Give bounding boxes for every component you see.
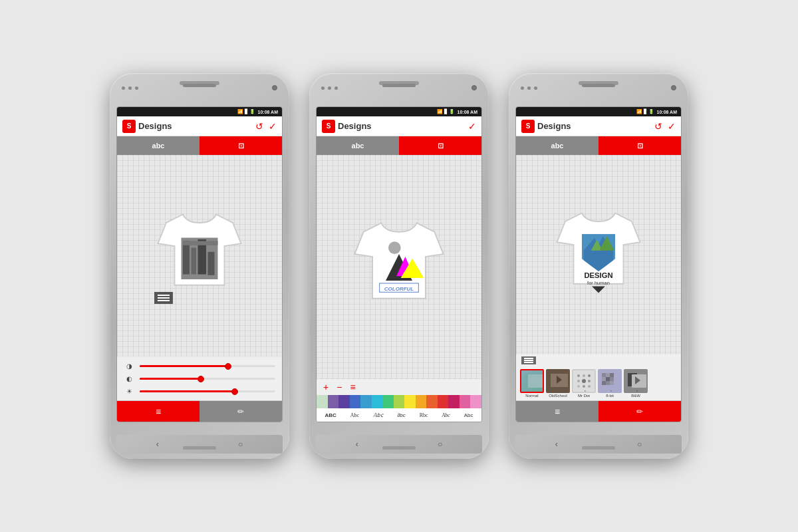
phone1-speaker-bottom — [183, 446, 216, 450]
phone2-app-header: S Designs ✓ — [317, 116, 481, 136]
font-rbc[interactable]: Rbc — [420, 412, 428, 418]
p2-home-nav-icon[interactable]: ○ — [438, 440, 442, 449]
phone1-bottom-toolbar: ≡ ✏ — [117, 400, 282, 422]
svg-point-27 — [583, 374, 585, 377]
add-text-icon[interactable]: + — [323, 382, 329, 392]
swatch-8[interactable] — [394, 395, 405, 408]
back-nav-icon[interactable]: ‹ — [156, 440, 159, 449]
svg-rect-5 — [183, 241, 218, 245]
phone1-time: 10:08 AM — [258, 110, 278, 114]
contrast-track[interactable] — [140, 378, 275, 380]
phone1-menu-button[interactable]: ≡ — [117, 401, 200, 422]
swatch-2[interactable] — [328, 395, 339, 408]
wifi-icon: 📶 — [237, 109, 243, 114]
font-abc[interactable]: ABC — [325, 412, 336, 418]
exposure-track[interactable] — [140, 390, 275, 392]
phone1-canvas[interactable] — [117, 155, 282, 357]
font-abc3[interactable]: Abc — [442, 412, 450, 418]
minus-text-icon[interactable]: − — [336, 382, 342, 392]
p3-back-nav-icon[interactable]: ‹ — [555, 440, 558, 449]
swatch-14[interactable] — [460, 395, 471, 408]
swatch-15[interactable] — [470, 395, 481, 408]
phone1-status-icons: 📶 ▊ 🔋 — [237, 109, 255, 114]
phone2-font-row: ABC Abc 𝔸bc ∂bc Rbc Abc Abc — [317, 408, 481, 422]
svg-marker-19 — [592, 287, 605, 293]
filter-mrdot[interactable]: 1 Mr Dot — [572, 369, 596, 398]
phone2-check-icon[interactable]: ✓ — [468, 121, 476, 132]
phone3-filter-controls — [516, 354, 681, 366]
phone1-tab-text[interactable]: abc — [117, 136, 200, 155]
p3-dot3 — [534, 86, 537, 90]
swatch-12[interactable] — [438, 395, 449, 408]
phone3-check-icon[interactable]: ✓ — [668, 121, 676, 132]
phone3-menu-button[interactable]: ≡ — [516, 401, 598, 422]
phone3-tab-image[interactable]: ⊡ — [598, 136, 681, 155]
font-abc4[interactable]: Abc — [464, 412, 473, 418]
phone1-tab-image[interactable]: ⊡ — [200, 136, 282, 155]
swatch-5[interactable] — [360, 395, 372, 408]
pencil-icon: ✏ — [237, 407, 244, 416]
phone1-undo-icon[interactable]: ↺ — [255, 121, 263, 132]
font-abc2[interactable]: Abc — [350, 412, 359, 418]
filter-8bit-label: 8-bit — [606, 394, 614, 398]
phone3-canvas[interactable]: DESIGN for human — [516, 155, 681, 354]
swatch-1[interactable] — [317, 395, 328, 408]
filter-oldschool[interactable]: OldSchool — [546, 369, 570, 398]
svg-rect-44 — [606, 381, 610, 385]
svg-text:DESIGN: DESIGN — [584, 271, 612, 279]
p2-back-nav-icon[interactable]: ‹ — [356, 440, 358, 449]
phone3-app-title: Designs — [537, 121, 649, 131]
swatch-3[interactable] — [338, 395, 350, 408]
p3-signal-icon: ▊ — [644, 109, 647, 114]
phone3-status-bar: 📶 ▊ 🔋 10:08 AM — [516, 107, 681, 116]
filter-mrdot-label: Mr Dot — [578, 394, 590, 398]
phone1-tshirt — [150, 206, 249, 306]
svg-rect-21 — [528, 374, 543, 388]
svg-rect-45 — [610, 381, 614, 385]
phone3-bottom-toolbar: ≡ ✏ — [516, 400, 681, 422]
phone-2: 📶 ▊ 🔋 10:08 AM S Designs ✓ abc — [309, 73, 489, 459]
phone1-camera — [272, 85, 277, 90]
svg-rect-4 — [208, 252, 215, 275]
phone2-text-tools: + − ≡ — [317, 379, 481, 395]
filter-8bit[interactable]: 1 8-bit — [598, 369, 622, 398]
font-dbc[interactable]: ∂bc — [397, 412, 405, 418]
phone3-speaker-top — [582, 84, 615, 87]
swatch-13[interactable] — [448, 395, 460, 408]
phone2-color-palette[interactable] — [317, 395, 481, 408]
phone2-tab-image[interactable]: ⊡ — [399, 136, 481, 155]
p2-dot1 — [321, 86, 325, 90]
filter-normal[interactable]: Normal — [520, 369, 544, 398]
phone3-tab-text[interactable]: abc — [516, 136, 598, 155]
brightness-track[interactable] — [140, 365, 275, 367]
phone2-canvas[interactable]: COLORFUL — [317, 155, 481, 379]
menu-icon: ≡ — [156, 406, 161, 417]
swatch-4[interactable] — [350, 395, 361, 408]
svg-text:for human: for human — [587, 280, 610, 286]
swatch-6[interactable] — [372, 395, 383, 408]
svg-rect-39 — [610, 373, 614, 377]
phone2-time: 10:08 AM — [458, 110, 477, 114]
phone3-filter-strip — [521, 356, 536, 364]
swatch-11[interactable] — [426, 395, 438, 408]
phone1-nav-bar: ‹ ○ — [116, 435, 283, 454]
filter-bw[interactable]: 1 B&W — [624, 369, 648, 398]
phone2-tab-text[interactable]: abc — [317, 136, 399, 155]
list-text-icon[interactable]: ≡ — [350, 382, 355, 392]
phone1-slider-contrast: ◐ — [124, 375, 275, 382]
phone3-undo-icon[interactable]: ↺ — [654, 121, 662, 132]
dot2 — [128, 86, 132, 90]
phone3-tab-bar: abc ⊡ — [516, 136, 681, 155]
home-nav-icon[interactable]: ○ — [238, 440, 243, 449]
swatch-10[interactable] — [416, 395, 427, 408]
phone1-check-icon[interactable]: ✓ — [269, 121, 277, 132]
signal-icon: ▊ — [245, 109, 248, 114]
swatch-7[interactable] — [382, 395, 394, 408]
phone1-edit-button[interactable]: ✏ — [200, 401, 282, 422]
phone3-filter-thumbs: Normal OldSchool — [516, 366, 681, 400]
svg-text:COLORFUL: COLORFUL — [384, 285, 414, 291]
font-nbc[interactable]: 𝔸bc — [373, 412, 384, 418]
phone3-edit-button[interactable]: ✏ — [598, 401, 681, 422]
p3-home-nav-icon[interactable]: ○ — [637, 440, 642, 449]
swatch-9[interactable] — [404, 395, 416, 408]
